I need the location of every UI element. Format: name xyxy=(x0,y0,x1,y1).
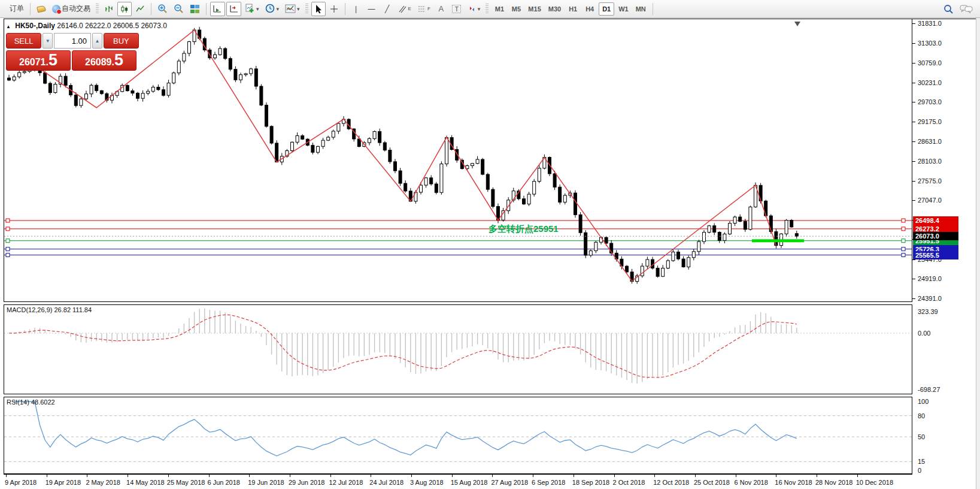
candle-body xyxy=(383,143,386,150)
macd-pane[interactable]: MACD(12,26,9) 26.82 111.84 xyxy=(4,304,912,394)
candle-body xyxy=(239,75,242,80)
timeframe-d1[interactable]: D1 xyxy=(599,2,614,16)
order-icon-button[interactable] xyxy=(34,2,48,16)
bar-chart-button[interactable] xyxy=(102,2,116,16)
rsi-pane[interactable]: RSI(14) 48.6022 xyxy=(4,397,912,474)
timeframe-mn[interactable]: MN xyxy=(633,2,649,16)
horizontal-line-tool-button[interactable]: — xyxy=(365,2,379,16)
hline-handle[interactable] xyxy=(6,227,10,231)
trendline-tool-button[interactable]: ╱ xyxy=(380,2,395,16)
add-indicator-icon xyxy=(245,4,255,14)
trendline-icon: ╱ xyxy=(385,5,389,13)
candle-body xyxy=(538,168,541,182)
date-tick-mark xyxy=(371,475,371,477)
date-tick-mark xyxy=(330,475,331,477)
price-tick-mark xyxy=(912,259,915,260)
vertical-line-tool-button[interactable]: | xyxy=(349,2,363,16)
hline-handle[interactable] xyxy=(902,227,905,231)
line-chart-button[interactable] xyxy=(133,2,147,16)
candle-body xyxy=(172,73,175,83)
text-tool-button[interactable]: A xyxy=(434,2,448,16)
sell-button[interactable]: SELL xyxy=(6,33,41,49)
buy-button[interactable]: BUY xyxy=(104,33,139,49)
time-axis[interactable]: 9 Apr 201819 Apr 20182 May 201814 May 20… xyxy=(4,474,912,489)
price-tick-mark xyxy=(912,43,915,44)
volume-decrease-button[interactable]: ▼ xyxy=(43,33,53,49)
crosshair-button[interactable] xyxy=(327,2,341,16)
timeframe-m15[interactable]: M15 xyxy=(525,2,544,16)
candle-body xyxy=(656,268,659,276)
date-tick-mark xyxy=(736,475,736,477)
search-icon[interactable] xyxy=(943,4,954,14)
auto-scroll-button[interactable] xyxy=(210,2,225,16)
dropdown-caret-icon[interactable]: ▾ xyxy=(256,6,259,12)
date-label: 19 Jun 2018 xyxy=(248,479,284,486)
hline-handle[interactable] xyxy=(902,239,905,243)
timeframe-m5[interactable]: M5 xyxy=(508,2,524,16)
candle-body xyxy=(445,138,448,164)
hline-handle[interactable] xyxy=(6,253,10,257)
date-tick-mark xyxy=(290,475,290,477)
hline-handle[interactable] xyxy=(902,253,905,257)
chart-annotation-text[interactable]: 多空转折点25951 xyxy=(489,224,559,235)
candle-body xyxy=(234,70,237,80)
buy-price[interactable]: 26089 . 5 xyxy=(72,50,136,71)
volume-input[interactable] xyxy=(54,33,91,49)
fibonacci-tool-button[interactable]: F xyxy=(415,2,433,16)
zoom-out-button[interactable] xyxy=(171,2,186,16)
candle-body xyxy=(48,83,51,93)
timeframe-m30[interactable]: M30 xyxy=(545,2,564,16)
dropdown-caret-icon[interactable]: ▾ xyxy=(277,6,280,12)
rsi-axis-label: 100 xyxy=(918,398,929,405)
cursor-button[interactable] xyxy=(311,2,326,16)
volume-increase-button[interactable]: ▲ xyxy=(92,33,102,49)
sell-price[interactable]: 26071 . 5 xyxy=(6,50,71,71)
hline-handle[interactable] xyxy=(902,247,905,251)
hline-price-label[interactable]: 25565.5 xyxy=(913,251,958,259)
candle-body xyxy=(626,266,629,272)
candle-body xyxy=(244,74,247,75)
date-tick-mark xyxy=(47,475,47,477)
dropdown-caret-icon[interactable]: ▾ xyxy=(297,6,300,12)
timeframe-h1[interactable]: H1 xyxy=(565,2,581,16)
autotrade-button[interactable]: 自动交易 xyxy=(50,2,93,16)
candle-body xyxy=(177,61,180,73)
hline-handle[interactable] xyxy=(6,247,10,251)
zoom-in-button[interactable] xyxy=(155,2,170,16)
toolbar-right xyxy=(943,4,978,14)
dropdown-caret-icon[interactable]: ▾ xyxy=(478,6,481,12)
candlestick-chart-button[interactable] xyxy=(117,2,132,16)
candle-body xyxy=(254,69,257,86)
price-axis[interactable]: 31831.031303.030759.030231.029703.029175… xyxy=(912,19,976,474)
chat-icon[interactable] xyxy=(960,4,973,14)
rsi-axis-label: 15 xyxy=(918,458,925,465)
candle-body xyxy=(677,252,680,259)
candle-body xyxy=(260,86,263,105)
timeframe-m1[interactable]: M1 xyxy=(491,2,507,16)
timeframe-h4[interactable]: H4 xyxy=(582,2,597,16)
candle-body xyxy=(662,268,665,276)
new-order-button[interactable]: 订单 xyxy=(2,2,26,16)
chart-collapse-icon[interactable]: ▲ xyxy=(6,24,11,29)
chart-shift-button[interactable] xyxy=(226,2,241,16)
text-label-tool-button[interactable]: T xyxy=(450,2,464,16)
hline-handle[interactable] xyxy=(902,219,905,222)
candle-body xyxy=(147,91,150,93)
horizontal-line-icon: — xyxy=(368,5,375,13)
hline-price-label[interactable]: 26498.4 xyxy=(913,216,958,225)
channel-tool-button[interactable]: E xyxy=(396,2,414,16)
date-tick-mark xyxy=(209,475,210,477)
templates-button[interactable]: ▾ xyxy=(283,2,302,16)
tile-windows-button[interactable] xyxy=(187,2,202,16)
chart-shift-marker-icon[interactable] xyxy=(794,22,800,26)
indicators-button[interactable]: ▾ xyxy=(242,2,262,16)
arrows-tool-button[interactable]: ▾ xyxy=(465,2,483,16)
periods-button[interactable]: ▾ xyxy=(263,2,282,16)
hline-handle[interactable] xyxy=(6,239,10,243)
date-label: 15 Aug 2018 xyxy=(451,479,488,486)
main-chart-pane[interactable]: 多空转折点25951 xyxy=(4,19,912,302)
candle-body xyxy=(378,131,381,143)
timeframe-w1[interactable]: W1 xyxy=(615,2,632,16)
hline-handle[interactable] xyxy=(6,219,10,222)
clock-icon xyxy=(265,4,275,14)
